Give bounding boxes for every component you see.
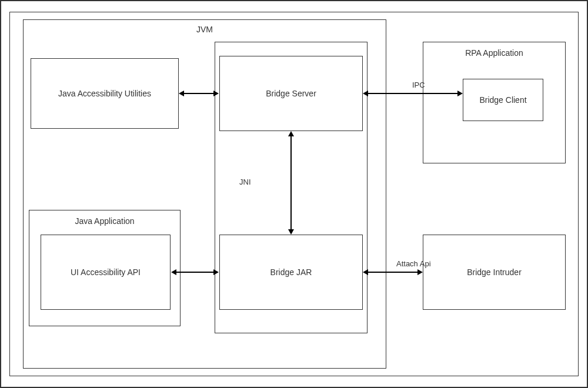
ui-accessibility-api-label: UI Accessibility API [71,267,141,277]
arrowhead-right-attach [417,269,423,275]
java-application-label: Java Application [75,216,134,226]
ui-accessibility-api-box: UI Accessibility API [41,235,171,310]
bridge-jar-box: Bridge JAR [219,235,363,310]
arrow-ipc [368,93,459,94]
arrow-jni [290,136,292,230]
diagram-canvas: JVM RPA Application Java Application Jav… [9,12,579,376]
arrowhead-right-bridgejar [213,269,219,275]
arrowhead-up-jni [288,131,294,136]
arrow-jau-bridgeserver [183,93,214,94]
diagram-outer-frame: JVM RPA Application Java Application Jav… [0,0,588,388]
bridge-client-label: Bridge Client [479,95,526,105]
arrowhead-left-jau [179,91,184,96]
rpa-application-label: RPA Application [465,48,523,58]
bridge-intruder-box: Bridge Intruder [423,235,566,310]
jni-label: JNI [239,178,251,186]
bridge-jar-label: Bridge JAR [270,267,312,277]
attach-api-label: Attach Api [396,259,431,268]
arrowhead-right-ipc [457,91,463,96]
arrowhead-left-ipc [363,91,368,96]
bridge-server-label: Bridge Server [266,89,316,98]
bridge-server-box: Bridge Server [219,56,363,131]
bridge-client-box: Bridge Client [463,79,543,121]
java-accessibility-utilities-label: Java Accessibility Utilities [58,89,151,98]
arrowhead-left-uiapi [171,269,176,275]
arrowhead-down-jni [288,229,294,235]
arrow-uiapi-bridgejar [176,272,214,273]
jvm-label: JVM [196,25,213,34]
arrowhead-right-bridgeserver [213,91,219,96]
arrowhead-left-attach [363,269,368,275]
java-accessibility-utilities-box: Java Accessibility Utilities [31,58,179,129]
bridge-intruder-label: Bridge Intruder [467,267,522,277]
ipc-label: IPC [412,81,425,89]
arrow-attach-api [368,272,419,273]
